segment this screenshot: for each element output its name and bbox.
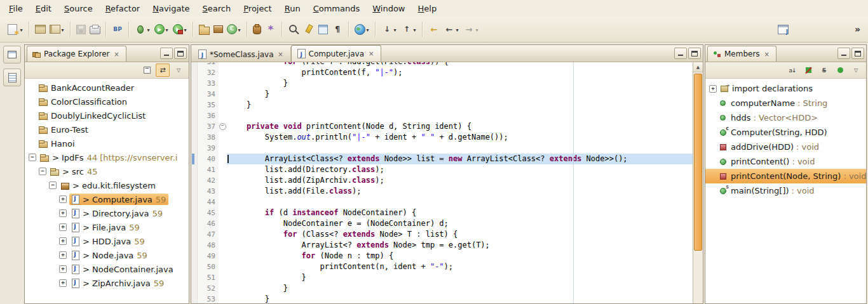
java-perspective-button[interactable] <box>776 23 790 36</box>
expander-icon[interactable] <box>709 85 717 93</box>
expander-icon[interactable] <box>59 223 67 231</box>
skip-breakpoints-button[interactable] <box>111 22 125 37</box>
hide-non-public-button[interactable] <box>833 63 847 77</box>
toolbar-overflow-chevron[interactable]: » <box>851 24 864 34</box>
print-button[interactable] <box>88 22 102 36</box>
code-line-51[interactable]: 51 } <box>191 272 693 283</box>
restore-views-button[interactable] <box>3 46 21 63</box>
tree-item[interactable]: DoublyLinkedCyclicList <box>25 109 189 122</box>
menu-help[interactable]: Help <box>412 1 444 16</box>
code-line-46[interactable]: 46 NodeContainer e = (NodeContainer) d; <box>191 218 693 229</box>
close-view-icon[interactable] <box>763 51 771 58</box>
code-text[interactable]: } <box>227 89 693 100</box>
hide-fields-button[interactable] <box>801 63 815 77</box>
scroll-up-icon[interactable] <box>693 62 703 72</box>
javadoc-wizard-button[interactable] <box>264 22 278 37</box>
line-number[interactable]: 49 <box>198 251 219 261</box>
code-text[interactable]: printContent(n, ident + "-"); <box>227 261 693 272</box>
code-text[interactable]: } <box>227 272 693 283</box>
code-line-39[interactable]: 39 <box>191 143 693 154</box>
code-line-45[interactable]: 45 if (d instanceof NodeContainer) { <box>191 208 693 218</box>
line-number[interactable]: 41 <box>198 164 219 175</box>
code-line-53[interactable]: 53 } <box>191 294 693 303</box>
tree-item[interactable]: Hanoi <box>25 136 189 150</box>
scrollbar-track[interactable] <box>693 72 703 303</box>
code-text[interactable] <box>227 197 693 208</box>
code-line-37[interactable]: 37 private void printContent(Node d, Str… <box>191 121 693 132</box>
forward-button[interactable] <box>462 22 480 37</box>
run-button[interactable] <box>153 22 170 36</box>
line-number[interactable]: 43 <box>198 186 219 197</box>
expander-icon[interactable] <box>59 265 67 273</box>
code-line-38[interactable]: 38 System.out.println("|-" + ident + " "… <box>191 132 693 143</box>
member-item[interactable]: hdds: Vector<HDD> <box>705 110 866 125</box>
tree-item[interactable]: > HDD.java59 <box>25 234 189 248</box>
tree-item[interactable]: > NodeContainer.java <box>25 262 189 276</box>
code-text[interactable]: printContent(f, "|-"); <box>227 67 693 78</box>
member-item[interactable]: printContent(Node, String): void <box>705 169 866 183</box>
code-line-35[interactable]: 35 } <box>191 100 693 110</box>
fast-view-editor-button[interactable] <box>3 69 21 86</box>
code-line-42[interactable]: 42 list.add(ZipArchiv.class); <box>191 175 693 186</box>
expander-icon[interactable] <box>59 251 67 259</box>
code-line-50[interactable]: 50 printContent(n, ident + "-"); <box>191 261 693 272</box>
code-text[interactable] <box>227 143 693 154</box>
expander-icon[interactable] <box>59 209 67 217</box>
line-number[interactable]: 40 <box>198 154 219 164</box>
maximize-view-button[interactable] <box>174 48 187 59</box>
tree-item[interactable]: ColorClassification <box>25 95 189 109</box>
new-java-class-button[interactable] <box>226 22 243 36</box>
tree-item[interactable]: > src45 <box>25 164 189 178</box>
tree-item[interactable]: > IpdFs44 [https://svnserver.i <box>25 150 189 164</box>
web-browser-button[interactable] <box>353 22 371 37</box>
minimize-view-button[interactable] <box>837 48 850 59</box>
member-item[interactable]: Computer(String, HDD) <box>705 125 866 140</box>
menu-run[interactable]: Run <box>278 1 307 16</box>
show-whitespace-button[interactable] <box>330 22 344 37</box>
close-view-icon[interactable] <box>113 51 121 58</box>
expander-icon[interactable] <box>49 182 57 189</box>
editor-tab[interactable]: *SomeClass.java <box>193 47 291 62</box>
line-number[interactable]: 39 <box>198 143 219 154</box>
menu-refactor[interactable]: Refactor <box>99 1 147 16</box>
menu-edit[interactable]: Edit <box>29 1 58 16</box>
tree-item[interactable]: > ZipArchiv.java59 <box>25 276 189 290</box>
code-line-49[interactable]: 49 for (Node n : tmp) { <box>191 251 693 261</box>
line-number[interactable]: 36 <box>198 110 219 121</box>
code-text[interactable]: list.add(Directory.class); <box>227 164 693 175</box>
scrollbar-thumb[interactable] <box>694 74 702 251</box>
code-text[interactable]: for (Class<? extends Node> T : list) { <box>227 229 693 240</box>
menu-navigate[interactable]: Navigate <box>146 1 196 16</box>
link-with-editor-button[interactable] <box>156 63 170 77</box>
code-text[interactable]: private void printContent(Node d, String… <box>227 121 693 132</box>
new-java-project-button[interactable] <box>198 22 211 37</box>
code-line-36[interactable]: 36 <box>191 110 693 121</box>
back-button[interactable] <box>442 22 461 37</box>
menu-commands[interactable]: Commands <box>307 1 367 16</box>
line-number[interactable]: 47 <box>198 229 219 240</box>
tree-item[interactable]: Euro-Test <box>25 122 189 136</box>
expander-icon[interactable] <box>59 195 67 203</box>
code-text[interactable]: } <box>227 283 693 294</box>
expander-icon[interactable] <box>59 237 67 245</box>
open-search-button[interactable] <box>287 22 301 37</box>
line-number[interactable]: 35 <box>198 100 219 110</box>
line-number[interactable]: 44 <box>198 197 219 208</box>
next-annotation-button[interactable] <box>380 22 398 37</box>
code-text[interactable]: System.out.println("|-" + ident + " " + … <box>227 132 693 143</box>
tree-item[interactable]: > Node.java59 <box>25 248 189 262</box>
tree-item[interactable]: > Computer.java59 <box>25 192 189 206</box>
view-menu-button[interactable] <box>849 63 863 77</box>
line-number[interactable]: 51 <box>198 272 219 283</box>
expander-icon[interactable] <box>29 154 36 161</box>
collapse-all-button[interactable] <box>140 63 154 77</box>
line-number[interactable]: 45 <box>198 208 219 218</box>
new-wizard-button[interactable] <box>4 22 25 37</box>
menu-search[interactable]: Search <box>196 1 238 16</box>
code-text[interactable]: } <box>227 100 693 110</box>
minimize-editor-button[interactable] <box>674 48 687 59</box>
line-number[interactable]: 50 <box>198 261 219 272</box>
editor-scrollbar[interactable] <box>693 62 703 303</box>
code-text[interactable]: NodeContainer e = (NodeContainer) d; <box>227 218 693 229</box>
code-line-52[interactable]: 52 } <box>191 283 693 294</box>
